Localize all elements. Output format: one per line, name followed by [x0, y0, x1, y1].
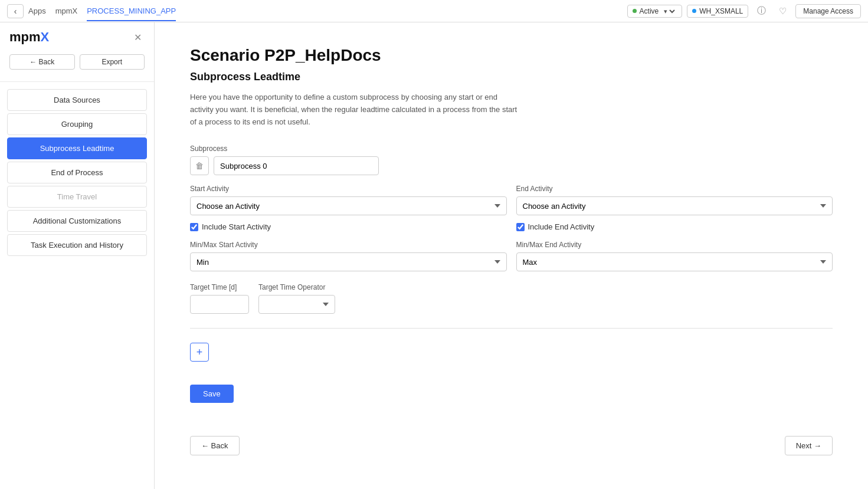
checkbox-row: Include Start Activity Include End Activ…: [190, 222, 833, 231]
target-time-label: Target Time [d]: [190, 283, 249, 291]
end-activity-label: End Activity: [516, 185, 833, 193]
topbar-back-button[interactable]: ‹: [7, 4, 24, 18]
start-activity-label: Start Activity: [190, 185, 507, 193]
topbar: ‹ Apps mpmX PROCESS_MINING_APP Active ▾ …: [0, 0, 868, 22]
subprocess-name-input[interactable]: [214, 156, 379, 175]
minmax-start-label: Min/Max Start Activity: [190, 241, 507, 249]
info-button[interactable]: ⓘ: [753, 3, 769, 19]
target-time-input[interactable]: [190, 295, 249, 314]
add-subprocess-button[interactable]: +: [190, 343, 209, 362]
bottom-nav: ← Back Next →: [190, 436, 833, 455]
manage-access-button[interactable]: Manage Access: [795, 4, 861, 18]
sidebar-item-grouping[interactable]: Grouping: [7, 113, 147, 135]
subprocess-row: 🗑: [190, 156, 833, 175]
minmax-end-col: Min/Max End Activity Min Max: [516, 241, 833, 271]
wh-dot-icon: [692, 9, 696, 13]
sidebar-item-end-of-process[interactable]: End of Process: [7, 162, 147, 183]
logo-text: mpmX: [9, 29, 49, 45]
subprocess-label: Subprocess: [190, 145, 833, 153]
layout: mpmX ✕ ← Back Export Data Sources Groupi…: [0, 22, 868, 489]
sidebar-item-task-execution[interactable]: Task Execution and History: [7, 234, 147, 256]
start-activity-col: Start Activity Choose an Activity: [190, 185, 507, 215]
minmax-start-select[interactable]: Min Max: [190, 252, 507, 271]
topbar-right: Active ▾ WH_XSMALL ⓘ ♡ Manage Access: [627, 3, 861, 19]
page-title: Scenario P2P_HelpDocs: [190, 46, 833, 65]
minmax-end-label: Min/Max End Activity: [516, 241, 833, 249]
info-icon: ⓘ: [757, 5, 766, 17]
mpmx-link[interactable]: mpmX: [55, 6, 78, 15]
status-label: Active: [640, 7, 659, 15]
plus-icon: +: [196, 346, 203, 359]
minmax-start-col: Min/Max Start Activity Min Max: [190, 241, 507, 271]
include-start-col: Include Start Activity: [190, 222, 507, 231]
main-content: Scenario P2P_HelpDocs Subprocess Leadtim…: [155, 22, 868, 489]
include-start-label[interactable]: Include Start Activity: [202, 222, 271, 231]
delete-subprocess-button[interactable]: 🗑: [190, 156, 209, 175]
wh-label: WH_XSMALL: [699, 7, 743, 15]
description-text: Here you have the opportunity to define …: [190, 91, 520, 128]
minmax-row: Min/Max Start Activity Min Max Min/Max E…: [190, 241, 833, 271]
sidebar-nav: Data Sources Grouping Subprocess Leadtim…: [0, 89, 154, 256]
sidebar-back-button[interactable]: ← Back: [9, 54, 75, 70]
status-badge[interactable]: Active ▾: [627, 5, 683, 18]
section-divider: [190, 328, 833, 329]
include-start-checkbox[interactable]: [190, 223, 198, 231]
target-operator-select[interactable]: [258, 295, 335, 314]
trash-icon: 🗑: [195, 161, 204, 170]
start-activity-select[interactable]: Choose an Activity: [190, 196, 507, 215]
activity-row: Start Activity Choose an Activity End Ac…: [190, 185, 833, 215]
sidebar-item-additional-customizations[interactable]: Additional Customizations: [7, 210, 147, 232]
minmax-end-select[interactable]: Min Max: [516, 252, 833, 271]
target-time-col: Target Time [d]: [190, 283, 249, 314]
target-operator-col: Target Time Operator: [258, 283, 335, 314]
sidebar-item-time-travel: Time Travel: [7, 186, 147, 208]
save-button[interactable]: Save: [190, 385, 234, 403]
back-arrow-icon: ‹: [14, 6, 17, 16]
include-end-label[interactable]: Include End Activity: [528, 222, 595, 231]
subprocess-section: Subprocess 🗑 Start Activity Choose an Ac…: [190, 145, 833, 314]
include-end-col: Include End Activity: [516, 222, 833, 231]
favorite-button[interactable]: ♡: [774, 3, 791, 19]
status-dropdown[interactable]: ▾: [661, 7, 677, 15]
sidebar-item-subprocess-leadtime[interactable]: Subprocess Leadtime: [7, 137, 147, 159]
sidebar-divider: [0, 81, 154, 82]
sidebar-export-button[interactable]: Export: [80, 54, 145, 70]
sidebar-header: mpmX ✕: [0, 29, 154, 54]
sidebar-close-button[interactable]: ✕: [130, 30, 145, 44]
warehouse-badge: WH_XSMALL: [687, 5, 748, 18]
heart-icon: ♡: [779, 6, 787, 17]
sidebar-actions: ← Back Export: [0, 54, 154, 79]
sidebar-item-data-sources[interactable]: Data Sources: [7, 89, 147, 111]
app-name-tab[interactable]: PROCESS_MINING_APP: [87, 6, 176, 21]
apps-link[interactable]: Apps: [28, 6, 46, 15]
end-activity-select[interactable]: Choose an Activity: [516, 196, 833, 215]
bottom-back-button[interactable]: ← Back: [190, 436, 240, 455]
status-dot-icon: [633, 9, 637, 13]
target-operator-label: Target Time Operator: [258, 283, 335, 291]
target-row: Target Time [d] Target Time Operator: [190, 283, 833, 314]
close-icon: ✕: [134, 32, 142, 43]
end-activity-col: End Activity Choose an Activity: [516, 185, 833, 215]
include-end-checkbox[interactable]: [516, 223, 525, 231]
sidebar: mpmX ✕ ← Back Export Data Sources Groupi…: [0, 22, 155, 489]
bottom-next-button[interactable]: Next →: [785, 436, 833, 455]
sidebar-logo: mpmX: [9, 29, 49, 45]
section-title: Subprocess Leadtime: [190, 71, 833, 83]
